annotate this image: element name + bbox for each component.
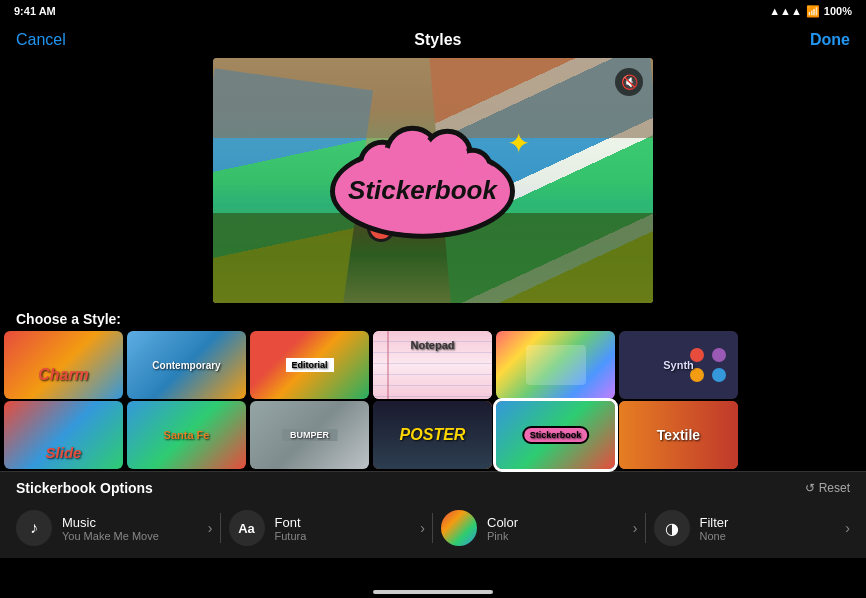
option-color[interactable]: ● Color Pink ›	[433, 506, 646, 550]
option-color-value: Pink	[487, 530, 623, 542]
signal-icon: ▲▲▲	[769, 5, 802, 17]
option-filter-value: None	[700, 530, 836, 542]
option-filter-text: Filter None	[700, 515, 836, 542]
music-chevron-icon: ›	[208, 520, 213, 536]
style-thumb-rainbow[interactable]	[496, 331, 615, 399]
music-icon: ♪	[30, 519, 38, 537]
style-thumb-stickerbook[interactable]: Stickerbook	[496, 401, 615, 469]
option-filter[interactable]: ◑ Filter None ›	[646, 506, 859, 550]
battery-icon: 100%	[824, 5, 852, 17]
status-bar: 9:41 AM ▲▲▲ 📶 100%	[0, 0, 866, 22]
style-label-editorial: Editorial	[285, 358, 333, 372]
style-label-textile: Textile	[657, 427, 700, 443]
option-color-text: Color Pink	[487, 515, 623, 542]
cancel-button[interactable]: Cancel	[16, 31, 66, 49]
page-title: Styles	[414, 31, 461, 49]
status-right: ▲▲▲ 📶 100%	[769, 5, 852, 18]
styles-row-2: Slide Santa Fe BUMPER POSTER Stickerbook…	[0, 401, 866, 471]
video-preview: Stickerbook ✦ 🔇	[213, 58, 653, 303]
option-color-name: Color	[487, 515, 623, 530]
option-music-value: You Make Me Move	[62, 530, 198, 542]
style-label-contemporary: Contemporary	[152, 360, 220, 371]
mute-button[interactable]: 🔇	[615, 68, 643, 96]
svg-text:Stickerbook: Stickerbook	[348, 175, 498, 205]
option-music[interactable]: ♪ Music You Make Me Move ›	[8, 506, 221, 550]
filter-icon: ◑	[665, 519, 679, 538]
option-font[interactable]: Aa Font Futura ›	[221, 506, 434, 550]
options-row: ♪ Music You Make Me Move › Aa Font Futur…	[0, 502, 866, 554]
synth-dots	[690, 348, 726, 382]
option-font-value: Futura	[275, 530, 411, 542]
reset-label: Reset	[819, 481, 850, 495]
option-music-name: Music	[62, 515, 198, 530]
option-font-name: Font	[275, 515, 411, 530]
style-thumb-poster[interactable]: POSTER	[373, 401, 492, 469]
color-chevron-icon: ›	[633, 520, 638, 536]
options-section: Stickerbook Options ↺ Reset ♪ Music You …	[0, 471, 866, 558]
choose-style-label: Choose a Style:	[0, 303, 866, 331]
bottom-home-indicator	[373, 590, 493, 594]
style-thumb-textile[interactable]: Textile	[619, 401, 738, 469]
font-icon-circle: Aa	[229, 510, 265, 546]
style-label-charm: Charm	[38, 366, 89, 384]
color-icon: ●	[454, 519, 464, 537]
style-thumb-notepad[interactable]: Notepad	[373, 331, 492, 399]
style-thumb-charm[interactable]: Charm	[4, 331, 123, 399]
style-label-slide: Slide	[46, 444, 82, 461]
done-button[interactable]: Done	[810, 31, 850, 49]
status-time: 9:41 AM	[14, 5, 56, 17]
style-label-notepad: Notepad	[411, 339, 455, 351]
options-title: Stickerbook Options	[16, 480, 153, 496]
style-thumb-slide[interactable]: Slide	[4, 401, 123, 469]
style-label-bumper: BUMPER	[282, 429, 337, 441]
option-filter-name: Filter	[700, 515, 836, 530]
options-reset-button[interactable]: ↺ Reset	[805, 481, 850, 495]
style-label-santafe: Santa Fe	[164, 429, 210, 441]
option-music-text: Music You Make Me Move	[62, 515, 198, 542]
style-thumb-synth[interactable]: Synth	[619, 331, 738, 399]
style-thumb-santafe[interactable]: Santa Fe	[127, 401, 246, 469]
option-font-text: Font Futura	[275, 515, 411, 542]
font-icon: Aa	[238, 521, 255, 536]
top-bar: Cancel Styles Done	[0, 22, 866, 58]
mute-icon: 🔇	[621, 74, 638, 90]
music-icon-circle: ♪	[16, 510, 52, 546]
filter-chevron-icon: ›	[845, 520, 850, 536]
color-icon-circle: ●	[441, 510, 477, 546]
styles-row-1: Charm Contemporary Editorial Notepad	[0, 331, 866, 401]
style-thumb-editorial[interactable]: Editorial	[250, 331, 369, 399]
font-chevron-icon: ›	[420, 520, 425, 536]
style-thumb-contemporary[interactable]: Contemporary	[127, 331, 246, 399]
wifi-icon: 📶	[806, 5, 820, 18]
style-thumb-bumper[interactable]: BUMPER	[250, 401, 369, 469]
style-label-poster: POSTER	[400, 426, 466, 444]
filter-icon-circle: ◑	[654, 510, 690, 546]
style-label-synth: Synth	[663, 359, 694, 371]
options-header: Stickerbook Options ↺ Reset	[0, 480, 866, 502]
reset-icon: ↺	[805, 481, 815, 495]
style-label-stickerbook: Stickerbook	[522, 426, 590, 444]
